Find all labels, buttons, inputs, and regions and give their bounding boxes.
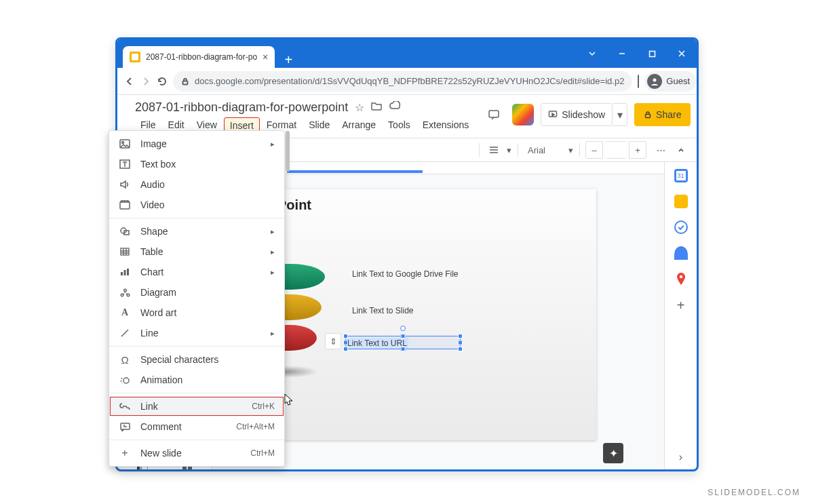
tab-close-icon[interactable]: × bbox=[257, 52, 268, 62]
wordart-icon: A bbox=[119, 307, 131, 319]
menu-item-image[interactable]: Image▸ bbox=[109, 134, 284, 154]
app-header: 2087-01-ribbon-diagram-for-powerpoint ☆ … bbox=[117, 95, 697, 134]
header-actions: Slideshow ▾ Share bbox=[482, 103, 691, 126]
menu-item-animation[interactable]: Animation bbox=[109, 370, 284, 390]
menu-item-comment[interactable]: CommentCtrl+Alt+M bbox=[109, 416, 284, 437]
font-size-decrease[interactable]: – bbox=[585, 141, 603, 159]
extensions-icon[interactable] bbox=[638, 75, 639, 88]
resize-handle[interactable] bbox=[458, 347, 463, 351]
menu-item-table[interactable]: Table▸ bbox=[109, 241, 284, 262]
menu-extensions[interactable]: Extensions bbox=[417, 117, 474, 134]
menu-item-new-slide[interactable]: +New slideCtrl+M bbox=[109, 443, 284, 463]
url-field[interactable]: docs.google.com/presentation/d/1SsVVQdUq… bbox=[173, 71, 632, 92]
slideshow-dropdown[interactable]: ▾ bbox=[613, 103, 627, 126]
insert-menu-dropdown: Image▸ Text box Audio Video Shape▸ Table… bbox=[109, 130, 285, 467]
resize-handle[interactable] bbox=[458, 341, 463, 345]
resize-handle[interactable] bbox=[343, 341, 348, 345]
tasks-icon[interactable] bbox=[674, 220, 688, 234]
shortcut-label: Ctrl+Alt+M bbox=[236, 422, 275, 431]
link-text-drive[interactable]: Link Text to Google Drive File bbox=[352, 269, 459, 279]
back-button[interactable] bbox=[124, 73, 135, 90]
collapse-toolbar-button[interactable] bbox=[672, 141, 690, 159]
move-icon[interactable] bbox=[371, 101, 382, 114]
document-title[interactable]: 2087-01-ribbon-diagram-for-powerpoint bbox=[135, 100, 348, 115]
menu-tools[interactable]: Tools bbox=[383, 117, 416, 134]
svg-rect-23 bbox=[121, 248, 129, 255]
submenu-arrow-icon: ▸ bbox=[271, 248, 275, 256]
resize-handle[interactable] bbox=[401, 347, 406, 351]
expand-side-panel-icon[interactable]: › bbox=[679, 451, 682, 463]
menu-item-line[interactable]: Line▸ bbox=[109, 323, 284, 343]
window-close-button[interactable] bbox=[667, 39, 697, 68]
share-button[interactable]: Share bbox=[634, 103, 691, 126]
plus-icon: + bbox=[119, 447, 131, 459]
font-dropdown[interactable]: ▾ bbox=[567, 141, 574, 159]
add-addon-button[interactable]: + bbox=[677, 298, 685, 313]
lock-icon bbox=[644, 111, 652, 119]
explore-button[interactable]: ✦ bbox=[603, 443, 623, 463]
resize-handle[interactable] bbox=[343, 334, 348, 338]
resize-handle[interactable] bbox=[401, 334, 406, 338]
menu-item-shape[interactable]: Shape▸ bbox=[109, 221, 284, 241]
window-maximize-button[interactable] bbox=[637, 39, 667, 68]
link-text-slide[interactable]: Link Text to Slide bbox=[352, 306, 414, 315]
table-icon bbox=[119, 246, 131, 258]
slides-favicon-icon bbox=[130, 52, 140, 62]
audio-icon bbox=[119, 178, 131, 191]
doc-area: 2087-01-ribbon-diagram-for-powerpoint ☆ … bbox=[135, 100, 474, 134]
selected-text-box[interactable]: Link Text to URL bbox=[345, 336, 461, 349]
maps-icon[interactable] bbox=[674, 272, 688, 286]
menu-item-chart[interactable]: Chart▸ bbox=[109, 262, 284, 282]
svg-point-2 bbox=[653, 78, 657, 81]
window-minimize-button[interactable] bbox=[607, 39, 637, 68]
rotate-handle-icon[interactable] bbox=[400, 326, 406, 331]
menu-item-textbox[interactable]: Text box bbox=[109, 154, 284, 174]
cloud-status-icon[interactable] bbox=[389, 101, 401, 114]
shape-icon bbox=[119, 225, 131, 237]
chevron-down-icon[interactable] bbox=[577, 39, 607, 68]
window-controls bbox=[577, 39, 697, 68]
omega-icon: Ω bbox=[119, 353, 131, 366]
align-button[interactable] bbox=[485, 141, 503, 159]
star-icon[interactable]: ☆ bbox=[355, 101, 364, 114]
shortcut-label: Ctrl+K bbox=[252, 402, 275, 411]
scrollbar[interactable] bbox=[286, 131, 290, 172]
resize-handle[interactable] bbox=[458, 334, 463, 338]
font-size-field[interactable] bbox=[606, 141, 626, 159]
reload-button[interactable] bbox=[157, 73, 168, 90]
calendar-icon[interactable]: 31 bbox=[674, 169, 688, 182]
svg-point-16 bbox=[679, 275, 682, 278]
menu-item-link[interactable]: LinkCtrl+K bbox=[109, 396, 284, 416]
menu-item-audio[interactable]: Audio bbox=[109, 174, 284, 195]
contacts-icon[interactable] bbox=[674, 246, 688, 260]
forward-button[interactable] bbox=[140, 73, 151, 90]
new-tab-button[interactable]: + bbox=[279, 52, 298, 68]
font-size-increase[interactable]: + bbox=[629, 141, 646, 159]
comment-history-button[interactable] bbox=[482, 103, 505, 126]
menu-item-wordart[interactable]: AWord art bbox=[109, 303, 284, 323]
share-label: Share bbox=[656, 109, 681, 120]
svg-rect-3 bbox=[489, 111, 499, 117]
slideshow-label: Slideshow bbox=[562, 109, 605, 120]
more-tools-button[interactable]: ⋯ bbox=[652, 141, 670, 159]
svg-point-30 bbox=[123, 378, 129, 383]
link-text-url: Link Text to URL bbox=[346, 338, 408, 349]
profile-chip[interactable]: Guest bbox=[644, 71, 697, 92]
autofit-options-icon[interactable]: ⇕ bbox=[325, 333, 341, 349]
keep-icon[interactable] bbox=[674, 195, 688, 208]
menu-item-diagram[interactable]: Diagram bbox=[109, 282, 284, 303]
browser-tab[interactable]: 2087-01-ribbon-diagram-for-po × bbox=[123, 46, 275, 68]
align-dropdown[interactable]: ▾ bbox=[505, 141, 512, 159]
submenu-arrow-icon: ▸ bbox=[271, 268, 275, 277]
menu-arrange[interactable]: Arrange bbox=[336, 117, 381, 134]
comment-icon bbox=[119, 421, 131, 433]
svg-rect-26 bbox=[127, 269, 129, 275]
menu-slide[interactable]: Slide bbox=[303, 117, 335, 134]
meet-button[interactable] bbox=[512, 104, 534, 125]
resize-handle[interactable] bbox=[343, 347, 348, 351]
slideshow-button[interactable]: Slideshow bbox=[541, 103, 613, 126]
menu-item-special-characters[interactable]: ΩSpecial characters bbox=[109, 349, 284, 370]
svg-rect-25 bbox=[124, 270, 126, 275]
menu-item-video[interactable]: Video bbox=[109, 195, 284, 215]
font-selector[interactable]: Arial bbox=[524, 141, 564, 159]
